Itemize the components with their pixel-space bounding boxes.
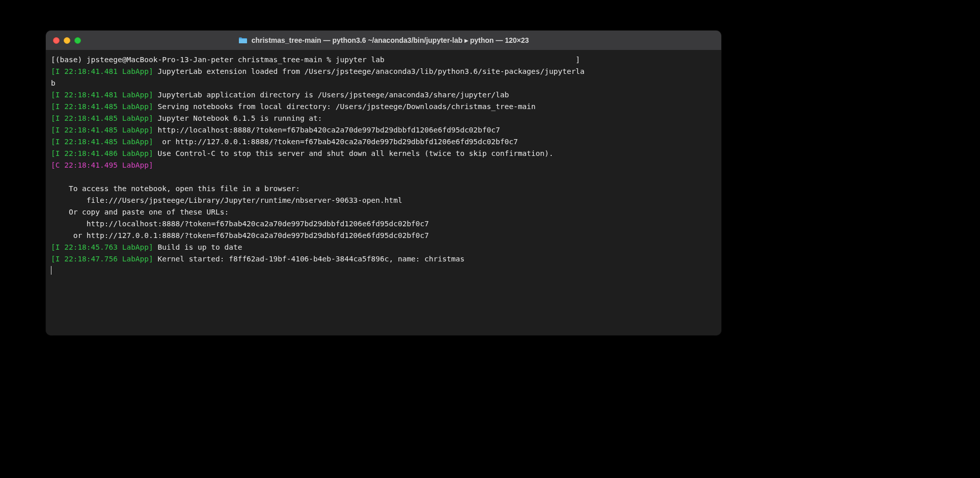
log-prefix: [I 22:18:41.486 LabApp] bbox=[51, 149, 153, 157]
log-text: or http://127.0.0.1:8888/?token=f67bab42… bbox=[153, 138, 518, 146]
log-text: [(base) jpsteege@MacBook-Pro-13-Jan-pete… bbox=[51, 56, 580, 64]
log-text: or http://127.0.0.1:8888/?token=f67bab42… bbox=[51, 231, 429, 240]
log-prefix: [I 22:18:41.485 LabApp] bbox=[51, 126, 153, 134]
log-text: Kernel started: f8ff62ad-19bf-4106-b4eb-… bbox=[153, 255, 465, 263]
terminal-line: [C 22:18:41.495 LabApp] bbox=[51, 160, 716, 171]
log-prefix: [I 22:18:41.485 LabApp] bbox=[51, 114, 153, 122]
log-text: http://localhost:8888/?token=f67bab420ca… bbox=[153, 126, 500, 134]
terminal-line: Or copy and paste one of these URLs: bbox=[51, 206, 716, 218]
terminal-line: or http://127.0.0.1:8888/?token=f67bab42… bbox=[51, 230, 716, 242]
terminal-line: [I 22:18:47.756 LabApp] Kernel started: … bbox=[51, 253, 716, 265]
log-text bbox=[51, 173, 56, 181]
minimize-window-button[interactable] bbox=[64, 37, 70, 44]
log-text: Or copy and paste one of these URLs: bbox=[51, 208, 229, 216]
cursor-line bbox=[51, 265, 716, 277]
folder-icon bbox=[238, 37, 248, 44]
traffic-lights bbox=[53, 37, 81, 44]
log-text: Use Control-C to stop this server and sh… bbox=[153, 149, 554, 157]
terminal-line: [I 22:18:41.486 LabApp] Use Control-C to… bbox=[51, 148, 716, 160]
log-prefix: [I 22:18:45.763 LabApp] bbox=[51, 243, 153, 251]
terminal-line: [I 22:18:45.763 LabApp] Build is up to d… bbox=[51, 242, 716, 253]
terminal-line: [I 22:18:41.485 LabApp] Serving notebook… bbox=[51, 101, 716, 113]
terminal-line: [I 22:18:41.485 LabApp] or http://127.0.… bbox=[51, 136, 716, 148]
terminal-body[interactable]: [(base) jpsteege@MacBook-Pro-13-Jan-pete… bbox=[46, 50, 721, 335]
log-text: Jupyter Notebook 6.1.5 is running at: bbox=[153, 114, 322, 122]
terminal-line: file:///Users/jpsteege/Library/Jupyter/r… bbox=[51, 195, 716, 206]
terminal-line: [(base) jpsteege@MacBook-Pro-13-Jan-pete… bbox=[51, 54, 716, 66]
log-prefix: [I 22:18:41.485 LabApp] bbox=[51, 138, 153, 146]
log-prefix: [C 22:18:41.495 LabApp] bbox=[51, 161, 153, 169]
log-text: To access the notebook, open this file i… bbox=[51, 184, 300, 193]
log-text: Serving notebooks from local directory: … bbox=[153, 102, 536, 111]
log-prefix: [I 22:18:41.485 LabApp] bbox=[51, 102, 153, 111]
log-prefix: [I 22:18:41.481 LabApp] bbox=[51, 91, 153, 99]
window-title: christmas_tree-main — python3.6 ~/anacon… bbox=[252, 36, 529, 44]
terminal-line: [I 22:18:41.485 LabApp] Jupyter Notebook… bbox=[51, 113, 716, 124]
log-text: JupyterLab application directory is /Use… bbox=[153, 91, 509, 99]
close-window-button[interactable] bbox=[53, 37, 60, 44]
log-text: JupyterLab extension loaded from /Users/… bbox=[153, 67, 585, 75]
terminal-line: [I 22:18:41.481 LabApp] JupyterLab appli… bbox=[51, 89, 716, 101]
log-text: file:///Users/jpsteege/Library/Jupyter/r… bbox=[51, 196, 402, 204]
log-text: b bbox=[51, 79, 56, 87]
terminal-line: b bbox=[51, 77, 716, 89]
log-prefix: [I 22:18:41.481 LabApp] bbox=[51, 67, 153, 75]
terminal-window: christmas_tree-main — python3.6 ~/anacon… bbox=[46, 31, 721, 335]
terminal-line bbox=[51, 171, 716, 183]
maximize-window-button[interactable] bbox=[74, 37, 81, 44]
cursor bbox=[51, 266, 51, 275]
terminal-line: [I 22:18:41.485 LabApp] http://localhost… bbox=[51, 124, 716, 136]
log-text: http://localhost:8888/?token=f67bab420ca… bbox=[51, 220, 429, 228]
log-text: Build is up to date bbox=[153, 243, 242, 251]
title-wrap: christmas_tree-main — python3.6 ~/anacon… bbox=[46, 36, 721, 44]
terminal-line: To access the notebook, open this file i… bbox=[51, 183, 716, 195]
terminal-line: http://localhost:8888/?token=f67bab420ca… bbox=[51, 218, 716, 230]
log-prefix: [I 22:18:47.756 LabApp] bbox=[51, 255, 153, 263]
terminal-line: [I 22:18:41.481 LabApp] JupyterLab exten… bbox=[51, 66, 716, 77]
window-titlebar[interactable]: christmas_tree-main — python3.6 ~/anacon… bbox=[46, 31, 721, 50]
